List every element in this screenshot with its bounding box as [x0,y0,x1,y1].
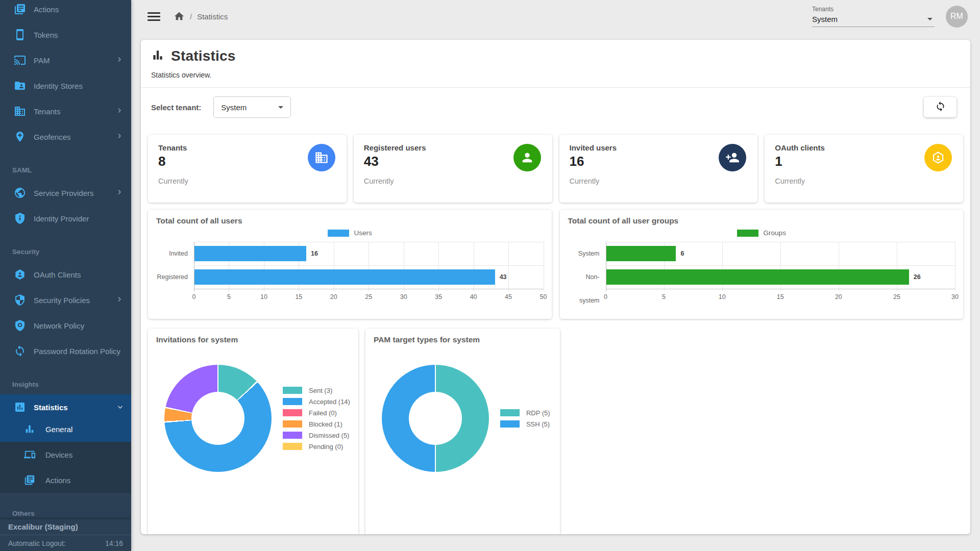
statistics-icon [14,401,26,413]
stat-card-registered-users: Registered users43Currently [354,135,552,203]
bar-registered [194,269,495,285]
breadcrumb[interactable]: Statistics [197,12,228,21]
sidebar-item-general-sub[interactable]: General [0,416,131,442]
donut-legend: Sent (3)Accepted (14)Failed (0)Blocked (… [283,383,350,454]
stat-caption: Currently [158,177,336,185]
security-policies-icon [14,294,26,306]
legend-item-dismissed[interactable]: Dismissed (5) [283,432,350,439]
person-add-icon [719,144,746,171]
bar-invited [194,246,306,261]
sidebar-item-actions-sub[interactable]: Actions [0,467,131,493]
legend-item-pending[interactable]: Pending (0) [283,443,350,450]
bar-system [606,246,676,261]
sidebar-item-tenants[interactable]: Tenants [0,98,131,124]
x-axis: 051015202530 [606,292,955,305]
x-axis-tick: 15 [295,293,302,300]
sidebar-item-label: Devices [45,450,72,459]
x-axis-tick: 30 [400,293,407,300]
controls-row: Select tenant: System [141,88,970,127]
sidebar-item-label: Statistics [34,403,68,412]
donut-chart [164,365,272,472]
menu-icon[interactable] [148,10,160,23]
sidebar: ActionsTokensPAMIdentity StoresTenantsGe… [0,0,131,551]
chart-legend-item[interactable]: Users [156,229,544,237]
legend-item-failed[interactable]: Failed (0) [283,409,350,417]
legend-label: RDP (5) [526,409,550,417]
sidebar-item-identity-stores[interactable]: Identity Stores [0,73,131,98]
breadcrumb-separator: / [190,12,192,21]
invitations-donut-card: Invitations for systemSent (3)Accepted (… [148,329,358,534]
service-providers-icon [14,187,26,199]
refresh-button[interactable] [924,97,957,117]
sidebar-item-network-policy[interactable]: Network Policy [0,313,131,338]
sidebar-item-label: Identity Stores [34,82,83,90]
pam-icon [14,54,26,66]
statistics-chart-icon [151,48,164,64]
topbar-tenant-select[interactable]: Tenants System [812,6,935,27]
sidebar-section-saml: SAML [0,160,131,180]
chevron-down-icon [114,403,125,412]
sidebar-item-devices-sub[interactable]: Devices [0,442,131,467]
home-icon[interactable] [174,11,185,22]
sidebar-item-service-providers[interactable]: Service Providers [0,180,131,206]
sidebar-nav: ActionsTokensPAMIdentity StoresTenantsGe… [0,0,131,523]
legend-label: Dismissed (5) [309,432,349,439]
stat-caption: Currently [570,177,748,185]
legend-item-blocked[interactable]: Blocked (1) [283,420,350,428]
legend-swatch [283,398,302,405]
bar-non-system [606,269,909,285]
donut-hole [409,392,462,445]
sidebar-item-tokens[interactable]: Tokens [0,22,131,47]
x-axis-tick: 25 [365,293,372,300]
bar-value-label: 26 [914,269,921,285]
page-subtitle: Statistics overview. [151,71,960,79]
x-axis-tick: 25 [893,293,900,300]
sidebar-item-label: Security Policies [34,296,90,305]
sidebar-item-password-rotation-policy[interactable]: Password Rotation Policy [0,338,131,364]
legend-label: Accepted (14) [309,398,350,406]
legend-item-ssh[interactable]: SSH (5) [500,420,550,428]
legend-item-sent[interactable]: Sent (3) [283,387,350,394]
sidebar-item-label: Tokens [34,31,58,39]
chevron-right-icon [115,295,124,306]
sidebar-item-pam[interactable]: PAM [0,47,131,73]
sidebar-item-actions[interactable]: Actions [0,0,131,22]
building-icon [308,144,335,171]
devices-icon [24,449,35,460]
bar-value-label: 16 [311,246,318,261]
sidebar-item-label: Network Policy [34,321,84,330]
statistics-submenu: GeneralDevicesActions [0,416,131,493]
y-axis-label: System [568,242,606,265]
legend-swatch [283,420,302,428]
legend-label: Failed (0) [309,409,337,417]
sidebar-item-geofences[interactable]: Geofences [0,124,131,149]
chevron-right-icon [115,188,124,198]
general-icon [24,423,35,435]
main-panel: Statistics Statistics overview. Select t… [141,40,970,534]
legend-label: SSH (5) [526,420,550,428]
chevron-right-icon [115,132,124,142]
legend-swatch [500,409,520,416]
chart-legend-item[interactable]: Groups [568,229,955,237]
chevron-right-icon [115,55,124,66]
x-axis-tick: 50 [540,293,547,300]
sidebar-item-label: Identity Provider [34,214,89,223]
tenant-select-value: System [812,15,935,23]
sidebar-item-security-policies[interactable]: Security Policies [0,287,131,313]
chevron-right-icon [115,106,124,117]
tenant-dropdown[interactable]: System [213,96,291,118]
sidebar-item-identity-provider[interactable]: Identity Provider [0,206,131,231]
select-tenant-label: Select tenant: [151,103,201,112]
legend-swatch [500,420,520,428]
y-axis-label: Non-system [568,265,606,289]
bar-plot-area: 626 [606,242,955,289]
sidebar-item-oauth-clients[interactable]: OAuth Clients [0,262,131,287]
x-axis-tick: 5 [662,293,666,300]
legend-item-accepted[interactable]: Accepted (14) [283,398,350,406]
avatar[interactable]: RM [946,6,968,28]
refresh-icon [935,101,946,113]
environment-label: Excalibur (Staging) [0,519,131,535]
donut-legend: RDP (5)SSH (5) [500,406,550,432]
legend-swatch [283,387,302,394]
legend-item-rdp[interactable]: RDP (5) [500,409,550,417]
